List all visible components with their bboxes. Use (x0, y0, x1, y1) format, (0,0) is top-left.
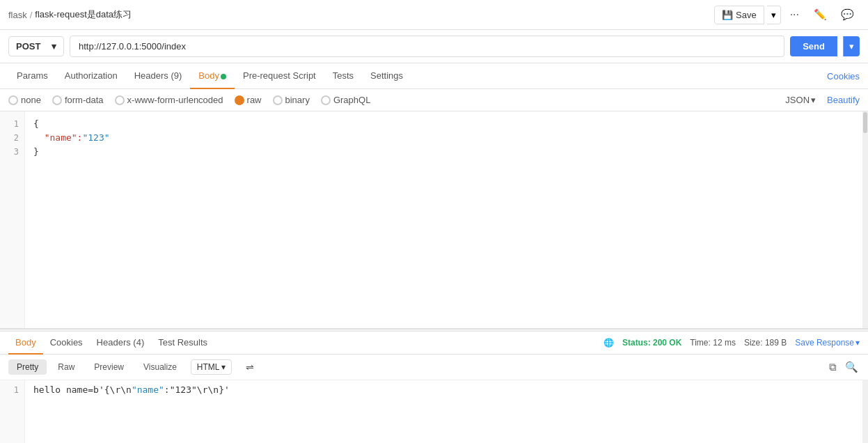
tab-body[interactable]: Body (190, 63, 235, 89)
option-raw-label: raw (247, 95, 262, 105)
option-graphql[interactable]: GraphQL (321, 95, 370, 105)
breadcrumb-separator: / (30, 10, 33, 20)
resp-text-hello: hello name=b'{\r\n (33, 384, 132, 395)
send-dropdown-button[interactable]: ▾ (843, 36, 860, 56)
edit-icon-button[interactable]: ✏️ (808, 5, 833, 24)
save-dropdown-button[interactable]: ▾ (767, 6, 781, 24)
option-binary[interactable]: binary (273, 95, 310, 105)
method-select[interactable]: POST ▾ (8, 36, 64, 56)
tab-pre-request-script[interactable]: Pre-request Script (235, 63, 324, 89)
resp-raw-button[interactable]: Raw (49, 359, 83, 375)
search-response-button[interactable]: 🔍 (844, 359, 860, 375)
send-button[interactable]: Send (790, 36, 837, 56)
send-chevron-icon: ▾ (849, 41, 854, 52)
time-text: Time: 12 ms (690, 338, 736, 348)
line-numbers: 1 2 3 (0, 111, 25, 328)
code-key: "name": (33, 132, 82, 143)
editor-scrollbar-thumb (863, 112, 867, 133)
more-options-button[interactable]: ··· (784, 4, 805, 25)
breadcrumb-current: flask-request是data练习 (35, 8, 132, 21)
json-label: JSON (785, 95, 810, 105)
save-label: Save (736, 10, 757, 20)
editor-scrollbar[interactable] (862, 111, 868, 328)
resp-pretty-button[interactable]: Pretty (8, 359, 47, 375)
tab-params[interactable]: Params (8, 63, 56, 89)
response-body-options: Pretty Raw Preview Visualize HTML ▾ ⇌ ⧉ … (0, 355, 868, 380)
code-line-3: } (33, 145, 860, 159)
radio-graphql-dot (321, 95, 331, 105)
option-none-label: none (21, 95, 41, 105)
globe-icon: 🌐 (603, 338, 614, 348)
option-binary-label: binary (285, 95, 310, 105)
response-area: Body Cookies Headers (4) Test Results 🌐 … (0, 332, 868, 443)
resp-text-name: "name" (132, 384, 164, 395)
chevron-down-icon: ▾ (771, 10, 776, 20)
resp-tab-body[interactable]: Body (8, 332, 43, 355)
line-num-3: 3 (0, 145, 24, 159)
json-format-select[interactable]: JSON ▾ (785, 95, 816, 105)
response-format-label: HTML (197, 362, 220, 372)
option-raw[interactable]: raw (235, 95, 262, 105)
url-input[interactable] (70, 36, 784, 57)
option-urlencoded[interactable]: x-www-form-urlencoded (115, 95, 223, 105)
tab-headers[interactable]: Headers (9) (126, 63, 191, 89)
body-active-dot (221, 74, 226, 79)
line-num-1: 1 (0, 117, 24, 131)
copy-response-button[interactable]: ⧉ (828, 359, 838, 375)
top-bar: flask / flask-request是data练习 💾 Save ▾ ··… (0, 0, 868, 30)
response-status: 🌐 Status: 200 OK Time: 12 ms Size: 189 B… (603, 338, 860, 348)
response-scrollbar[interactable] (862, 380, 868, 443)
top-bar-actions: 💾 Save ▾ ··· ✏️ 💬 (714, 4, 860, 25)
save-icon: 💾 (722, 10, 733, 20)
line-num-2: 2 (0, 131, 24, 145)
tab-authorization[interactable]: Authorization (56, 63, 126, 89)
resp-tab-test-results[interactable]: Test Results (151, 332, 214, 355)
radio-form-data-dot (52, 95, 62, 105)
wrap-button[interactable]: ⇌ (237, 359, 262, 375)
code-content[interactable]: { "name":"123" } (25, 111, 868, 328)
resp-tab-cookies[interactable]: Cookies (43, 332, 90, 355)
option-graphql-label: GraphQL (333, 95, 370, 105)
radio-none-dot (8, 95, 18, 105)
resp-visualize-button[interactable]: Visualize (135, 359, 185, 375)
breadcrumb: flask / flask-request是data练习 (8, 8, 709, 21)
save-response-button[interactable]: Save Response ▾ (795, 338, 860, 348)
code-editor: 1 2 3 { "name":"123" } (0, 111, 868, 329)
save-button[interactable]: 💾 Save (714, 6, 764, 24)
option-urlencoded-label: x-www-form-urlencoded (127, 95, 223, 105)
code-line-1: { (33, 117, 860, 131)
resp-tab-headers[interactable]: Headers (4) (90, 332, 152, 355)
code-line-2: "name":"123" (33, 131, 860, 145)
save-response-chevron-icon: ▾ (855, 338, 860, 348)
response-code-area: 1 hello name=b'{\r\n"name":"123"\r\n}' (0, 380, 868, 443)
response-code-content[interactable]: hello name=b'{\r\n"name":"123"\r\n}' (25, 380, 868, 443)
response-format-select[interactable]: HTML ▾ (191, 359, 232, 375)
resp-preview-button[interactable]: Preview (86, 359, 132, 375)
option-form-data-label: form-data (65, 95, 104, 105)
body-options: none form-data x-www-form-urlencoded raw… (0, 89, 868, 111)
breadcrumb-link-flask[interactable]: flask (8, 10, 27, 20)
tab-tests[interactable]: Tests (324, 63, 362, 89)
resp-line-num-1: 1 (0, 383, 24, 397)
response-icons: ⧉ 🔍 (828, 359, 860, 375)
method-label: POST (16, 41, 40, 52)
bracket-open: { (33, 118, 39, 129)
response-line-numbers: 1 (0, 380, 25, 443)
radio-binary-dot (273, 95, 283, 105)
request-tabs: Params Authorization Headers (9) Body Pr… (0, 63, 868, 89)
cookies-link[interactable]: Cookies (827, 64, 860, 88)
option-form-data[interactable]: form-data (52, 95, 104, 105)
response-tabs: Body Cookies Headers (4) Test Results 🌐 … (0, 332, 868, 355)
code-value: "123" (82, 132, 109, 143)
comment-icon-button[interactable]: 💬 (835, 5, 860, 24)
json-chevron-icon: ▾ (811, 95, 816, 105)
tab-settings[interactable]: Settings (362, 63, 411, 89)
radio-raw-dot (235, 95, 244, 105)
size-text: Size: 189 B (744, 338, 787, 348)
radio-urlencoded-dot (115, 95, 125, 105)
bracket-close: } (33, 146, 39, 157)
beautify-button[interactable]: Beautify (827, 95, 860, 105)
option-none[interactable]: none (8, 95, 41, 105)
format-chevron-icon: ▾ (221, 362, 226, 372)
status-text: Status: 200 OK (622, 338, 681, 348)
